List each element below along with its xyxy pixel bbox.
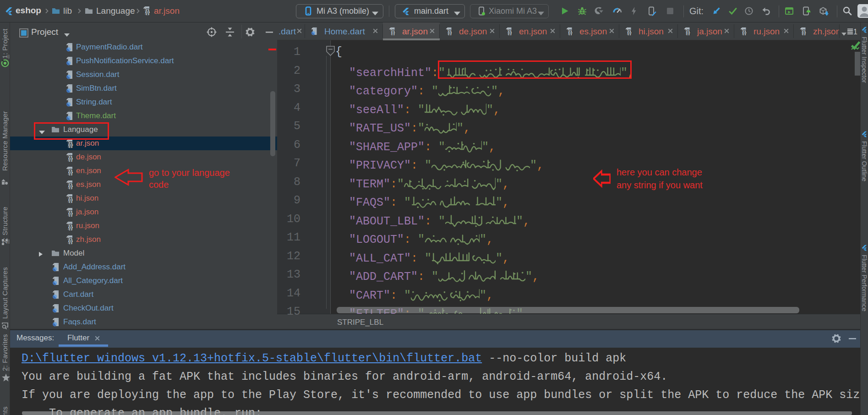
svg-text:{}: {}	[145, 8, 150, 15]
